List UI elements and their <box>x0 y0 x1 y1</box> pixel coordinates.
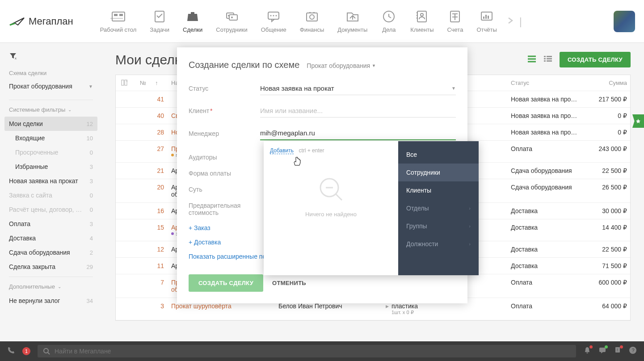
add-order-link[interactable]: + Заказ <box>189 221 210 235</box>
nav-item[interactable]: Общение <box>261 9 286 33</box>
svg-rect-5 <box>191 12 194 14</box>
user-avatar[interactable] <box>614 11 635 32</box>
nav-icon <box>381 9 397 23</box>
nav-icon <box>479 9 495 23</box>
svg-rect-29 <box>483 17 484 19</box>
flag-icon[interactable]: ! <box>614 346 622 356</box>
chevron-down-icon: ▼ <box>372 63 376 68</box>
svg-point-9 <box>231 17 233 18</box>
svg-point-45 <box>44 348 48 353</box>
svg-point-15 <box>310 15 314 19</box>
brand-text: Мегаплан <box>29 16 73 27</box>
submit-button[interactable]: СОЗДАТЬ СДЕЛКУ <box>189 274 263 292</box>
svg-rect-16 <box>309 12 311 13</box>
dropdown-add-link[interactable]: Добавить <box>270 147 294 154</box>
svg-rect-0 <box>112 12 125 21</box>
phone-icon[interactable] <box>7 346 15 356</box>
nav-icon <box>152 9 168 23</box>
phone-badge: 1 <box>22 347 30 355</box>
svg-rect-31 <box>488 16 489 19</box>
svg-rect-47 <box>599 348 606 352</box>
manager-input[interactable] <box>260 126 456 140</box>
precost-label: Предварительная стоимость <box>189 197 260 221</box>
client-input[interactable] <box>260 104 456 118</box>
bottom-bar: 1 ! ? <box>0 341 644 361</box>
modal-scheme-select[interactable]: Прокат оборудования ▼ <box>307 62 376 69</box>
nav-item[interactable]: Дела <box>381 9 397 33</box>
svg-point-20 <box>421 13 423 16</box>
svg-point-11 <box>270 15 272 17</box>
help-icon[interactable]: ? <box>629 346 637 356</box>
svg-text:?: ? <box>632 348 635 353</box>
global-search-input[interactable] <box>55 348 571 355</box>
global-search[interactable] <box>38 345 576 357</box>
bell-icon[interactable] <box>583 346 591 356</box>
svg-rect-22 <box>417 15 418 16</box>
chevron-right-icon: › <box>469 206 471 211</box>
svg-rect-1 <box>114 14 118 16</box>
svg-point-13 <box>276 15 277 17</box>
nav-separator: | <box>519 15 522 28</box>
manager-label: Менеджер <box>189 130 260 137</box>
nav-icon <box>185 9 201 23</box>
svg-line-44 <box>336 194 342 200</box>
dropdown-hint: ctrl + enter <box>299 147 324 154</box>
dropdown-category[interactable]: Должности› <box>398 235 479 253</box>
manager-dropdown: Добавить ctrl + enter Ничего не найдено … <box>264 141 479 275</box>
svg-rect-30 <box>485 15 487 19</box>
chevron-right-icon: › <box>469 223 471 229</box>
nav-item[interactable]: Рабочий стол <box>100 9 137 33</box>
nav-item[interactable]: Документы <box>337 9 367 33</box>
svg-point-12 <box>273 15 274 17</box>
svg-rect-8 <box>229 15 237 20</box>
nav-icon <box>447 9 463 23</box>
chevron-down-icon: ▼ <box>451 86 456 91</box>
search-icon <box>43 348 50 355</box>
show-extended-link[interactable]: Показать расширенные пол <box>189 249 269 264</box>
nav-icon <box>224 9 240 23</box>
nav-more[interactable] <box>506 15 515 28</box>
nav-item[interactable]: Задачи <box>150 9 169 33</box>
svg-text:!: ! <box>617 348 618 352</box>
search-empty-icon <box>318 176 345 205</box>
svg-rect-2 <box>119 14 123 16</box>
client-label: Клиент <box>189 107 260 114</box>
nav-item[interactable]: Клиенты <box>410 9 434 33</box>
nav-icon <box>345 9 361 23</box>
dropdown-category[interactable]: Отделы› <box>398 199 479 217</box>
dropdown-category[interactable]: Сотрудники <box>398 164 479 181</box>
svg-rect-14 <box>307 13 317 21</box>
status-label: Статус <box>189 85 260 92</box>
plane-icon <box>9 16 25 27</box>
nav-icon <box>265 9 282 23</box>
logo[interactable]: Мегаплан <box>9 16 73 27</box>
nav-item[interactable]: Сделки <box>183 9 202 33</box>
nav-item[interactable]: Счета <box>447 9 463 33</box>
chevron-right-icon: › <box>469 241 471 247</box>
status-select[interactable]: Новая заявка на прокат ▼ <box>260 82 456 95</box>
svg-rect-21 <box>417 12 418 13</box>
cancel-button[interactable]: ОТМЕНИТЬ <box>272 280 306 286</box>
nav-icon <box>110 9 126 23</box>
svg-rect-17 <box>313 12 315 13</box>
dropdown-category[interactable]: Группы› <box>398 217 479 235</box>
dropdown-category[interactable]: Клиенты <box>398 181 479 199</box>
nav-item[interactable]: Сотрудники <box>216 9 247 33</box>
nav-icon <box>414 9 430 23</box>
svg-line-46 <box>48 353 50 354</box>
svg-rect-23 <box>417 17 418 19</box>
nav-item[interactable]: Отчёты <box>476 9 497 33</box>
modal-title: Создание сделки по схеме <box>189 60 299 70</box>
nav-item[interactable]: Финансы <box>300 9 324 33</box>
dropdown-category[interactable]: Все <box>398 146 479 164</box>
chat-icon[interactable] <box>598 346 606 356</box>
nav-icon <box>304 9 320 23</box>
top-nav: Мегаплан Рабочий столЗадачиСделкиСотрудн… <box>0 0 644 43</box>
add-delivery-link[interactable]: + Доставка <box>189 235 221 249</box>
dropdown-empty-text: Ничего не найдено <box>305 211 357 218</box>
